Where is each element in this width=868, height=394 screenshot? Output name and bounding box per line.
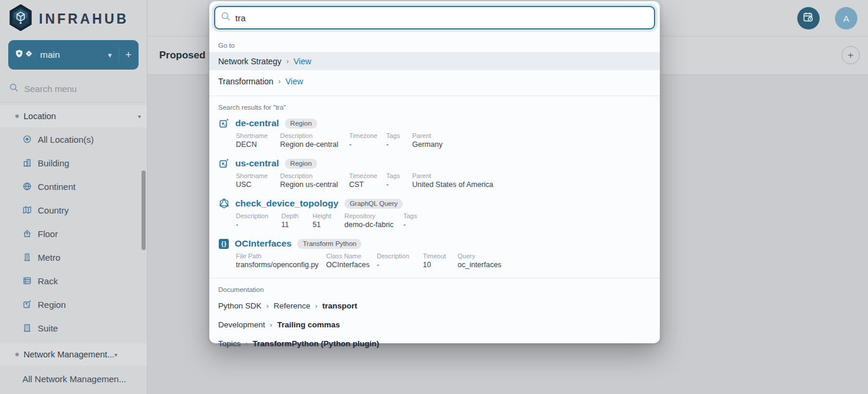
sidebar-item-continent[interactable]: Continent <box>0 175 147 198</box>
result-title: OCInterfaces <box>235 238 291 249</box>
attr-value: USC <box>236 180 273 189</box>
attr-label: Tags <box>386 172 405 179</box>
sidebar-item-label: Rack <box>38 276 58 286</box>
kind-badge: GraphQL Query <box>344 199 403 209</box>
sidebar-scrollbar-thumb[interactable] <box>142 170 146 250</box>
attr-label: Timeout <box>423 252 451 260</box>
search-result-us-central[interactable]: us-central Region ShortnameUSC Descripti… <box>209 154 660 194</box>
attr-label: File Path <box>236 252 319 260</box>
sidebar-item-all-network-management[interactable]: All Network Managemen... <box>0 366 147 392</box>
add-branch-button[interactable]: + <box>125 49 131 61</box>
branch-diamond-icon <box>25 50 33 60</box>
globe-icon <box>22 182 32 191</box>
sidebar-item-building[interactable]: Building <box>0 151 147 175</box>
attr-value: Region us-central <box>280 180 342 189</box>
doc-crumb-current: transport <box>323 301 357 310</box>
divider <box>119 47 119 63</box>
graphql-icon <box>219 198 229 209</box>
attr-label: Height <box>313 212 337 219</box>
sidebar-item-label: All Network Managemen... <box>22 374 126 384</box>
search-modal: Go to Network Strategy › View Transforma… <box>209 1 660 343</box>
sidebar-section-network-management[interactable]: Network Management... ▾ <box>0 343 147 366</box>
shield-icon <box>15 50 23 60</box>
goto-row-transformation[interactable]: Transformation › View <box>209 72 660 90</box>
chevron-right-icon: › <box>315 301 317 310</box>
menu-search[interactable] <box>0 75 147 103</box>
section-label: Network Management... <box>24 350 114 359</box>
goto-path: Network Strategy <box>218 57 281 66</box>
attr-value: - <box>236 221 274 229</box>
sidebar-item-label: Country <box>38 205 69 215</box>
sidebar-item-rack[interactable]: Rack <box>0 269 147 293</box>
chevron-right-icon: › <box>286 57 288 65</box>
attr-label: Timezone <box>349 172 379 179</box>
app-logo[interactable]: INFRAHUB <box>0 0 147 37</box>
result-title: de-central <box>235 118 279 129</box>
sidebar-item-label: Suite <box>38 323 58 333</box>
global-search-input[interactable] <box>235 13 648 23</box>
page-title: Proposed <box>159 50 205 61</box>
attr-value: - <box>386 140 405 149</box>
result-title: check_device_topology <box>235 198 338 209</box>
attr-label: Parent <box>412 172 494 179</box>
attr-value: - <box>349 140 379 149</box>
attr-label: Shortname <box>236 172 273 179</box>
sidebar-item-label: Floor <box>38 229 58 239</box>
attr-value: 51 <box>313 221 337 229</box>
result-title: us-central <box>235 158 279 169</box>
chevron-right-icon: › <box>278 77 281 86</box>
sidebar-item-suite[interactable]: Suite <box>0 316 147 340</box>
attr-value: demo-dc-fabric <box>344 221 396 229</box>
chevron-right-icon: › <box>267 301 269 310</box>
add-proposed-change-button[interactable]: + <box>841 46 860 64</box>
view-link[interactable]: View <box>285 77 303 86</box>
section-dot-icon <box>15 353 19 356</box>
sidebar-item-all-locations[interactable]: All Location(s) <box>0 127 147 151</box>
attr-label: Shortname <box>236 132 273 139</box>
documentation-section-label: Documentation <box>209 278 660 296</box>
search-icon <box>221 12 231 24</box>
doc-crumb: Topics <box>218 339 241 348</box>
goto-row-network-strategy[interactable]: Network Strategy › View <box>209 52 660 70</box>
attr-label: Description <box>236 212 274 219</box>
current-branch-name: main <box>40 50 108 60</box>
doc-crumb: Development <box>218 320 265 329</box>
attr-value: United States of America <box>412 180 494 189</box>
view-link[interactable]: View <box>294 57 311 66</box>
menu-search-input[interactable] <box>24 84 130 94</box>
sidebar-section-location[interactable]: Location ▾ <box>0 105 147 127</box>
sidebar-item-country[interactable]: Country <box>0 198 147 222</box>
avatar[interactable]: A <box>835 7 857 29</box>
chevron-right-icon: › <box>270 320 272 329</box>
attr-value: CST <box>349 180 379 189</box>
search-result-ocinterfaces[interactable]: { } OCInterfaces Transform Python File P… <box>209 234 660 274</box>
code-braces-icon: { } <box>219 239 229 249</box>
attr-label: Depth <box>281 212 305 219</box>
sidebar-item-label: Metro <box>38 252 60 262</box>
attr-value: Germany <box>412 140 442 149</box>
doc-row-transport[interactable]: Python SDK › Reference › transport <box>209 296 660 315</box>
search-result-check-device-topology[interactable]: check_device_topology GraphQL Query Desc… <box>209 194 660 234</box>
kind-badge: Region <box>285 159 317 169</box>
doc-row-trailing-commas[interactable]: Development › Trailing commas <box>209 315 660 334</box>
global-search-field[interactable] <box>214 6 655 29</box>
infrahub-hexagon-logo-icon <box>8 4 33 34</box>
search-result-de-central[interactable]: de-central Region ShortnameDECN Descript… <box>209 114 660 154</box>
attr-value: DECN <box>236 140 273 149</box>
sidebar-item-label: Region <box>38 300 66 310</box>
attr-label: Description <box>280 172 342 179</box>
avatar-initial: A <box>843 14 849 24</box>
goto-path: Transformation <box>218 77 274 86</box>
branch-selector[interactable]: main ▾ + <box>8 40 139 70</box>
chevron-down-icon[interactable]: ▾ <box>108 51 112 60</box>
attr-value: - <box>386 180 405 189</box>
attr-label: Timezone <box>349 132 379 139</box>
region-sparkle-icon <box>22 300 32 309</box>
schedule-button[interactable] <box>797 7 820 29</box>
sidebar-item-region[interactable]: Region <box>0 293 147 316</box>
doc-row-transformpython[interactable]: Topics › TransformPython (Python plugin) <box>209 334 660 353</box>
sidebar-item-floor[interactable]: Floor <box>0 222 147 245</box>
sidebar-item-metro[interactable]: Metro <box>0 245 147 269</box>
search-icon <box>9 83 18 94</box>
sidebar-item-label: Building <box>38 158 69 168</box>
